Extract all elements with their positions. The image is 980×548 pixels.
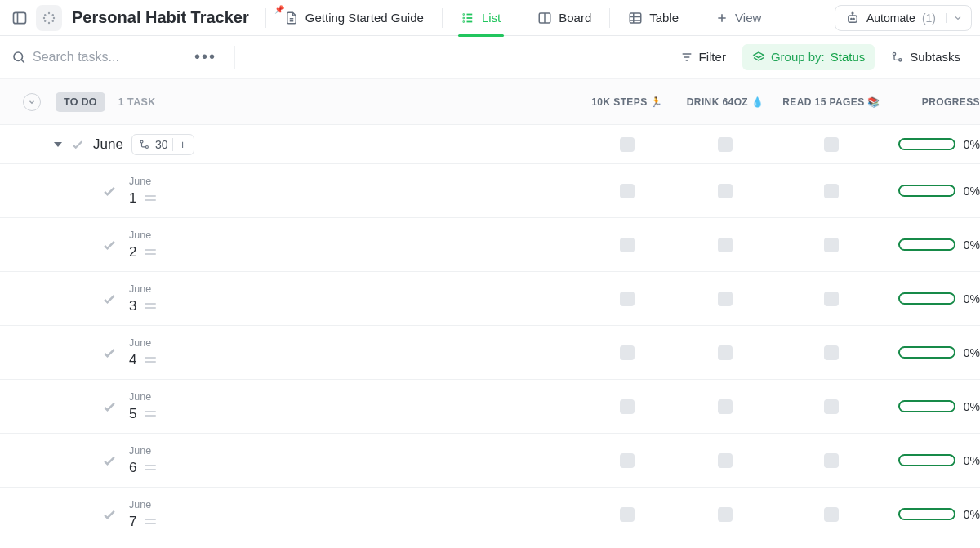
checkbox-drink[interactable] [718,292,733,306]
status-check-icon[interactable] [70,137,85,152]
column-header-read[interactable]: READ 15 PAGES 📚 [774,96,889,108]
checkbox-read[interactable] [824,238,839,252]
status-check-icon[interactable] [101,399,118,415]
progress-bar [898,185,956,197]
table-icon [628,11,643,25]
drag-handle-icon[interactable] [145,357,156,363]
svg-point-9 [463,14,464,15]
progress-value: 0% [964,185,980,198]
checkbox-steps[interactable] [620,453,635,468]
subtask-row[interactable]: June 5 0% [0,380,980,434]
separator [265,8,266,28]
checkbox-read[interactable] [824,399,839,414]
status-check-icon[interactable] [101,183,118,199]
checkbox-drink[interactable] [718,399,733,414]
add-subtask-button[interactable]: + [172,138,191,151]
progress-bar [898,454,956,466]
parent-task-row[interactable]: June 30 + 0% [0,125,980,164]
group-by-value: Status [831,50,866,64]
status-chip[interactable]: TO DO [56,92,105,112]
status-check-icon[interactable] [101,506,118,523]
column-header-progress[interactable]: PROGRESS [889,96,980,108]
subtasks-icon [891,51,904,64]
status-check-icon[interactable] [101,452,118,469]
checkbox-read[interactable] [824,184,839,198]
svg-point-3 [53,16,55,18]
separator [697,8,697,28]
plus-icon [715,11,728,25]
subtask-day: 7 [129,514,136,530]
drag-handle-icon[interactable] [145,249,156,255]
separator [609,8,610,28]
subtask-row[interactable]: June 4 0% [0,326,980,380]
space-avatar[interactable] [36,5,62,31]
drag-handle-icon[interactable] [145,465,156,470]
subtask-row[interactable]: June 3 0% [0,272,980,326]
tab-guide[interactable]: 📌 Getting Started Guide [274,0,434,36]
drag-handle-icon[interactable] [145,519,156,524]
expand-toggle[interactable] [54,142,62,147]
add-view-button[interactable]: View [706,0,771,36]
list-area: TO DO 1 TASK 10K STEPS 🏃 DRINK 64OZ 💧 RE… [0,78,980,541]
checkbox-read[interactable] [824,453,839,468]
subtask-month: June [129,499,156,510]
status-check-icon[interactable] [101,237,118,253]
svg-point-16 [853,18,855,20]
checkbox-read[interactable] [824,292,839,306]
subtasks-button[interactable]: Subtasks [883,44,969,70]
status-check-icon[interactable] [101,345,118,361]
checkbox-steps[interactable] [620,507,635,522]
drag-handle-icon[interactable] [145,411,156,417]
drag-handle-icon[interactable] [145,195,156,201]
subtask-row[interactable]: June 7 0% [0,488,980,541]
drag-handle-icon[interactable] [145,303,156,309]
svg-point-18 [14,52,23,61]
group-by-button[interactable]: Group by: Status [742,44,875,70]
chevron-down-icon[interactable] [946,13,963,23]
automate-button[interactable]: Automate (1) [835,5,972,31]
sidebar-toggle-button[interactable] [8,7,31,29]
search-input[interactable] [33,50,180,65]
checkbox-steps[interactable] [620,345,635,360]
checkbox-drink[interactable] [718,453,733,468]
checkbox-steps[interactable] [620,137,635,152]
progress-bar [898,346,956,359]
checkbox-steps[interactable] [620,399,635,414]
checkbox-drink[interactable] [718,184,733,198]
checkbox-drink[interactable] [718,507,733,522]
checkbox-drink[interactable] [718,345,733,360]
collapse-all-button[interactable] [23,93,41,111]
subtask-row[interactable]: June 1 0% [0,164,980,218]
tab-table[interactable]: Table [618,0,688,36]
subtask-count-chip[interactable]: 30 + [131,134,194,155]
progress-bar [898,292,956,305]
filter-button[interactable]: Filter [672,44,734,70]
subtask-row[interactable]: June 2 0% [0,218,980,272]
checkbox-read[interactable] [824,507,839,522]
checkbox-steps[interactable] [620,292,635,306]
group-by-prefix: Group by: [771,50,825,64]
checkbox-drink[interactable] [718,238,733,252]
checkbox-read[interactable] [824,345,839,360]
svg-point-10 [463,17,464,18]
checkbox-drink[interactable] [718,137,733,152]
status-check-icon[interactable] [101,291,118,307]
checkbox-read[interactable] [824,137,839,152]
progress-value: 0% [964,454,980,467]
svg-point-6 [44,20,46,21]
subtask-day: 4 [129,352,136,368]
column-header-drink[interactable]: DRINK 64OZ 💧 [676,96,774,108]
search-wrap[interactable] [11,50,180,65]
tab-table-label: Table [649,11,679,25]
subtask-row[interactable]: June 6 0% [0,434,980,488]
tab-board[interactable]: Board [528,0,601,36]
checkbox-steps[interactable] [620,238,635,252]
checkbox-steps[interactable] [620,184,635,198]
more-options-button[interactable]: ••• [188,47,223,66]
add-view-label: View [735,11,761,25]
tab-list[interactable]: List [451,0,510,36]
column-header-steps[interactable]: 10K STEPS 🏃 [578,96,676,108]
svg-point-5 [48,21,50,23]
filter-icon [680,51,693,64]
progress-value: 0% [964,138,980,151]
